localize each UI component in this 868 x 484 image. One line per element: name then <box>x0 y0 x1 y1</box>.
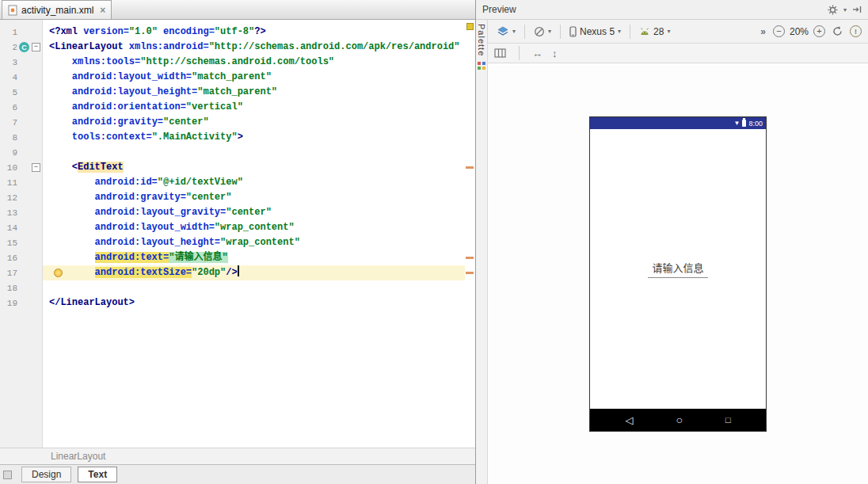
editor-pane: activity_main.xml × 12C−345678910−111213… <box>0 0 476 484</box>
code-line[interactable]: <EditText <box>49 160 465 175</box>
zoom-in-icon[interactable]: + <box>813 25 825 37</box>
orientation-dropdown[interactable]: ▾ <box>494 24 518 40</box>
gear-dropdown-arrow-icon[interactable]: ▾ <box>843 6 847 13</box>
dropdown-arrow-icon: ▾ <box>512 28 516 35</box>
breadcrumb[interactable]: LinearLayout <box>0 451 105 462</box>
theme-dropdown[interactable]: ▾ <box>531 25 554 39</box>
nav-back-icon: ◁ <box>625 415 633 425</box>
refresh-icon[interactable] <box>832 25 843 37</box>
code-line[interactable]: <?xml version="1.0" encoding="utf-8"?> <box>49 25 465 40</box>
gutter: 12C−345678910−111213141516171819 <box>0 20 43 448</box>
line-number: 4 <box>0 73 17 82</box>
code-line[interactable]: android:gravity="center" <box>49 190 465 205</box>
fold-icon[interactable]: − <box>32 163 40 172</box>
vertical-resize-icon[interactable]: ↕ <box>552 48 558 59</box>
api-level: 28 <box>653 26 664 37</box>
gutter-line: 18 <box>0 280 42 295</box>
gutter-line: 5 <box>0 85 42 100</box>
tab-activity-main-xml[interactable]: activity_main.xml × <box>2 0 112 19</box>
tab-text[interactable]: Text <box>78 467 117 482</box>
edittext-preview[interactable]: 请输入信息 <box>648 260 707 278</box>
stripe-marker[interactable] <box>466 257 474 259</box>
hide-panel-icon[interactable] <box>852 5 862 14</box>
code-editor: 12C−345678910−111213141516171819 <?xml v… <box>0 20 475 448</box>
nav-recents-icon: □ <box>725 416 731 425</box>
gutter-line: 16 <box>0 250 42 265</box>
stripe-marker[interactable] <box>466 272 474 274</box>
code-line[interactable] <box>49 280 465 295</box>
device-dropdown[interactable]: Nexus 5 ▾ <box>567 25 623 39</box>
horizontal-resize-icon[interactable]: ↔ <box>532 48 542 59</box>
code-lines[interactable]: <?xml version="1.0" encoding="utf-8"?><L… <box>43 20 465 448</box>
code-line[interactable]: android:layout_height="match_parent" <box>49 85 465 100</box>
preview-toolbar-secondary: ↔ ↕ <box>488 44 868 63</box>
inspections-status-icon[interactable] <box>466 23 474 30</box>
line-number: 8 <box>0 133 17 143</box>
status-clock: 8:00 <box>748 120 763 128</box>
variants-icon[interactable] <box>494 48 506 58</box>
palette-tab[interactable]: Palette <box>477 24 486 56</box>
code-line[interactable]: android:gravity="center" <box>49 115 465 130</box>
gutter-line: 15 <box>0 235 42 250</box>
code-line[interactable]: android:id="@+id/textView" <box>49 175 465 190</box>
context-gutter-icon[interactable]: C <box>19 42 29 52</box>
gutter-line: 9 <box>0 145 42 160</box>
intention-bulb-icon[interactable] <box>54 269 63 277</box>
fold-icon[interactable]: − <box>32 43 40 51</box>
dropdown-arrow-icon: ▾ <box>548 28 551 35</box>
palette-icon[interactable] <box>478 62 485 70</box>
code-line[interactable]: xmlns:tools="http://schemas.android.com/… <box>49 55 465 70</box>
line-number: 6 <box>0 103 17 112</box>
dropdown-arrow-icon: ▾ <box>618 28 621 35</box>
gutter-line: 8 <box>0 130 42 145</box>
zoom-level: 20% <box>790 26 809 37</box>
toolbar-overflow-icon[interactable]: » <box>760 26 765 37</box>
line-number: 19 <box>0 299 17 308</box>
text-caret <box>238 265 239 276</box>
toolwindow-toggle-icon[interactable] <box>3 471 12 479</box>
line-number: 13 <box>0 208 17 218</box>
code-line[interactable]: android:orientation="vertical" <box>49 100 465 115</box>
gutter-line: 14 <box>0 220 42 235</box>
render-errors-icon[interactable]: ! <box>850 25 862 37</box>
code-line[interactable]: android:layout_gravity="center" <box>49 205 465 220</box>
stripe-marker[interactable] <box>466 166 474 169</box>
line-number: 2 <box>0 43 17 52</box>
device-name: Nexus 5 <box>580 26 615 37</box>
preview-canvas: ▼ 8:00 请输入信息 ◁ ○ □ <box>488 63 868 484</box>
gear-icon[interactable] <box>828 5 838 15</box>
gutter-line: 6 <box>0 100 42 115</box>
nav-home-icon: ○ <box>676 414 682 425</box>
line-number: 7 <box>0 118 17 128</box>
error-stripe <box>465 20 475 448</box>
close-tab-icon[interactable]: × <box>100 5 105 16</box>
line-number: 9 <box>0 148 17 158</box>
editor-mode-tabs: Design Text <box>0 464 475 484</box>
wifi-icon: ▼ <box>734 120 740 127</box>
preview-title: Preview <box>482 4 516 15</box>
code-line[interactable]: android:layout_height="wrap_content" <box>49 235 465 250</box>
line-number: 1 <box>0 28 17 37</box>
code-line[interactable] <box>49 145 465 160</box>
editor-tab-bar: activity_main.xml × <box>0 0 475 20</box>
xml-file-icon <box>8 5 17 16</box>
palette-strip: Palette <box>476 20 488 484</box>
gutter-line: 4 <box>0 70 42 85</box>
code-line[interactable]: android:text="请输入信息" <box>49 250 465 265</box>
code-line[interactable]: <LinearLayout xmlns:android="http://sche… <box>49 40 465 55</box>
gutter-line: 13 <box>0 205 42 220</box>
line-number: 5 <box>0 88 17 97</box>
tab-design[interactable]: Design <box>21 467 71 482</box>
code-line[interactable]: tools:context=".MainActivity"> <box>49 130 465 145</box>
device-nav-bar: ◁ ○ □ <box>590 409 766 431</box>
dropdown-arrow-icon: ▾ <box>667 28 670 35</box>
android-studio-window: activity_main.xml × 12C−345678910−111213… <box>0 0 868 484</box>
code-line[interactable]: android:layout_width="match_parent" <box>49 70 465 85</box>
zoom-out-icon[interactable]: − <box>773 25 785 37</box>
code-line[interactable]: android:layout_width="wrap_content" <box>49 220 465 235</box>
code-line[interactable]: android:textSize="20dp"/> <box>43 265 465 280</box>
gutter-line: 19 <box>0 295 42 311</box>
api-level-dropdown[interactable]: 28 ▾ <box>637 25 672 39</box>
code-line[interactable]: </LinearLayout> <box>49 295 465 311</box>
battery-icon <box>742 120 746 127</box>
